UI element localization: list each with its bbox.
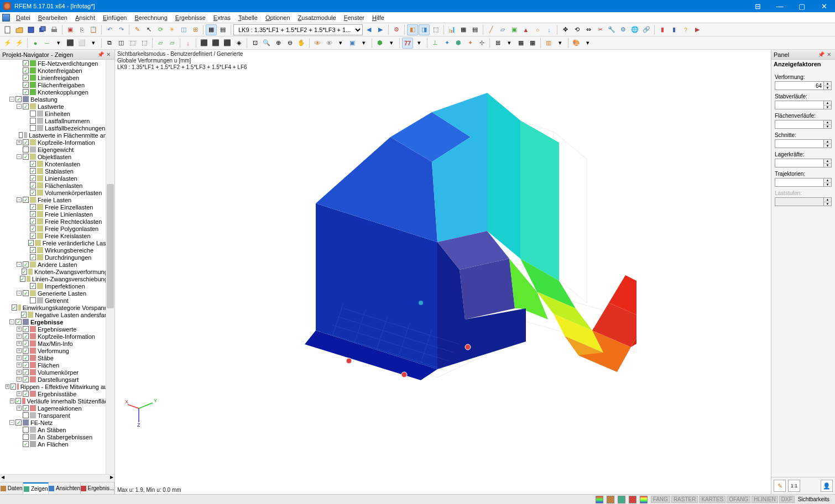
- tree-item[interactable]: Transparent: [0, 412, 114, 419]
- vis5-icon[interactable]: ▾: [358, 38, 369, 49]
- sun-icon[interactable]: ☀: [166, 24, 178, 35]
- tree-item[interactable]: Lastwerte in Flächenmitte anzei: [0, 132, 114, 139]
- zoom-out-icon[interactable]: ⊖: [284, 38, 295, 49]
- checkbox[interactable]: ✓: [23, 75, 29, 81]
- checkbox[interactable]: ✓: [30, 254, 36, 260]
- menu-berechnung[interactable]: Berechnung: [131, 13, 171, 22]
- expand-icon[interactable]: +: [17, 355, 22, 360]
- window-icon[interactable]: ◫: [178, 24, 189, 35]
- tree-item[interactable]: -✓Andere Lasten: [0, 261, 114, 268]
- report-icon[interactable]: ▤: [469, 24, 481, 35]
- spinner-buttons[interactable]: ▲▼: [824, 81, 832, 90]
- tree-item[interactable]: +✓Ergebniswerte: [0, 326, 114, 333]
- checkbox[interactable]: ✓: [23, 82, 29, 88]
- nav-tab-daten[interactable]: Daten: [0, 482, 23, 494]
- checkbox[interactable]: [30, 118, 36, 124]
- checkbox[interactable]: ✓: [30, 190, 36, 196]
- maximize-button[interactable]: ▢: [791, 0, 813, 12]
- loadcase-combo[interactable]: LK9 : 1.35*LF1 + 1.5*LF2 + 1.5*LF3 + 1..…: [233, 24, 363, 35]
- menu-ansicht[interactable]: Ansicht: [71, 13, 99, 22]
- panel-btn2-icon[interactable]: 1:1: [788, 480, 800, 492]
- checkbox[interactable]: ✓: [30, 168, 36, 174]
- print-icon[interactable]: [49, 24, 60, 35]
- checkbox[interactable]: [19, 132, 23, 138]
- tree-item[interactable]: +✓Verläufe innerhalb Stützenfläche: [0, 397, 114, 405]
- tree-item[interactable]: ✓Knoten-Zwangsverformungen: [0, 268, 114, 275]
- open-icon[interactable]: [14, 24, 25, 35]
- tree-item[interactable]: ✓Wirkungsbereiche: [0, 246, 114, 254]
- panel-spinner[interactable]: [775, 120, 824, 129]
- results2-icon[interactable]: ◨: [419, 24, 430, 35]
- bolt2-icon[interactable]: ⚡: [14, 38, 25, 49]
- panel-pin-icon[interactable]: 📌: [817, 51, 825, 59]
- checkbox[interactable]: ✓: [23, 103, 29, 109]
- checkbox[interactable]: ✓: [23, 362, 29, 368]
- checkbox[interactable]: [23, 146, 29, 153]
- cs-icon[interactable]: ✦: [441, 38, 452, 49]
- table-icon[interactable]: ▦: [458, 24, 469, 35]
- tree-item[interactable]: ✓Knotenlasten: [0, 160, 114, 167]
- status-segment[interactable]: DXF: [779, 496, 795, 503]
- tree-item[interactable]: ✓Freie Rechtecklasten: [0, 218, 114, 225]
- help-icon[interactable]: ?: [680, 24, 691, 35]
- status-segment[interactable]: RASTER: [671, 496, 698, 503]
- checkbox[interactable]: ✓: [12, 305, 17, 311]
- status-segment[interactable]: FANG: [651, 496, 670, 503]
- solid-icon[interactable]: ▣: [509, 24, 520, 35]
- expand-icon[interactable]: -: [9, 420, 14, 425]
- checkbox[interactable]: [30, 111, 36, 117]
- checkbox[interactable]: ✓: [30, 175, 36, 181]
- checkbox[interactable]: ✓: [30, 204, 36, 210]
- status-segment[interactable]: Sichtbarkeits: [796, 496, 832, 503]
- checkbox[interactable]: ✓: [30, 182, 36, 188]
- tree-item[interactable]: ✓Negative Lasten andersfarbig: [0, 311, 114, 318]
- palette-dd-icon[interactable]: ▾: [582, 38, 593, 49]
- color1-icon[interactable]: ▥: [543, 38, 554, 49]
- saveall-icon[interactable]: [37, 24, 48, 35]
- checkbox[interactable]: ✓: [15, 398, 21, 404]
- render1-icon[interactable]: ⬢: [374, 38, 385, 49]
- redo-icon[interactable]: ↷: [116, 24, 127, 35]
- tree-item[interactable]: +✓Darstellungsart: [0, 376, 114, 383]
- expand-icon[interactable]: -: [17, 154, 22, 159]
- tree-item[interactable]: Lastfallnummern: [0, 117, 114, 124]
- tree-item[interactable]: +✓Flächen: [0, 361, 114, 369]
- red-flag-icon[interactable]: ▮: [657, 24, 668, 35]
- checkbox[interactable]: ✓: [28, 240, 34, 246]
- checkbox[interactable]: ✓: [23, 60, 29, 66]
- checkbox[interactable]: ✓: [23, 154, 29, 160]
- paste-icon[interactable]: 📋: [88, 24, 99, 35]
- checkbox[interactable]: ✓: [23, 139, 29, 145]
- tree-item[interactable]: ✓Durchdringungen: [0, 254, 114, 261]
- load-icon[interactable]: ↓: [544, 24, 555, 35]
- status-segment[interactable]: HLINIEN: [752, 496, 777, 503]
- vis2-icon[interactable]: 👁: [323, 38, 335, 49]
- menu-fenster[interactable]: Fenster: [340, 13, 368, 22]
- checkbox[interactable]: ✓: [30, 225, 36, 232]
- color2-icon[interactable]: ▾: [555, 38, 566, 49]
- nav-tab-ergebnis[interactable]: Ergebnis...: [81, 482, 114, 494]
- support-icon[interactable]: ▲: [520, 24, 531, 35]
- expand-icon[interactable]: +: [17, 348, 22, 353]
- panel-spinner[interactable]: [775, 159, 824, 167]
- checkbox[interactable]: ✓: [23, 340, 29, 347]
- checkbox[interactable]: ✓: [30, 247, 36, 253]
- menu-ergebnisse[interactable]: Ergebnisse: [171, 13, 210, 22]
- sel3-icon[interactable]: ⬚: [139, 38, 150, 49]
- axis-icon[interactable]: ⊥: [430, 38, 441, 49]
- link-icon[interactable]: 🔗: [641, 24, 652, 35]
- grid3-icon[interactable]: ▾: [504, 38, 515, 49]
- calc-icon[interactable]: ⚙: [391, 24, 402, 35]
- pan-icon[interactable]: ✋: [296, 38, 307, 49]
- undo-icon[interactable]: ↶: [104, 24, 115, 35]
- checkbox[interactable]: [23, 434, 29, 440]
- checkbox[interactable]: [23, 427, 29, 433]
- cube1-icon[interactable]: ⬛: [65, 38, 76, 49]
- tree-item[interactable]: ✓Freie Kreislasten: [0, 232, 114, 239]
- spinner-buttons[interactable]: ▲▼: [824, 120, 832, 129]
- close-panel-icon[interactable]: ✕: [105, 51, 112, 59]
- checkbox[interactable]: [30, 297, 36, 303]
- tree-item[interactable]: -✓Belastung: [0, 96, 114, 103]
- expand-icon[interactable]: +: [17, 341, 22, 346]
- sel1-icon[interactable]: ◫: [116, 38, 127, 49]
